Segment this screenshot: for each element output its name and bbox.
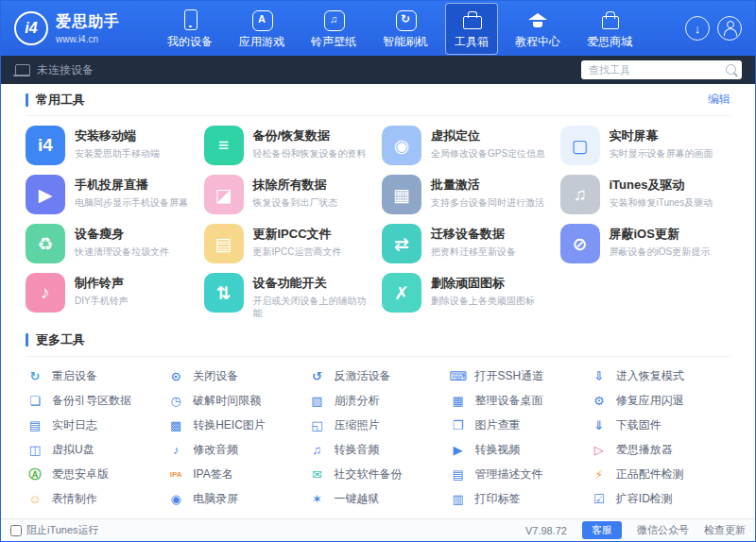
tool-link[interactable]: ⇩ 进入恢复模式 [590,364,730,389]
tool-card[interactable]: ▢ 实时屏幕 实时显示设备屏幕的画面 [560,126,731,165]
crash-analysis-icon: ▧ [307,394,326,408]
nav-ringtones-wallpapers[interactable]: 铃声壁纸 [301,3,366,55]
tool-link[interactable]: ✉ 社交软件备份 [307,463,448,487]
brand-name: 爱思助手 [56,12,120,32]
tool-link[interactable]: ↻ 重启设备 [26,364,166,389]
tool-link[interactable]: ▧ 崩溃分析 [307,389,448,414]
tool-link[interactable]: ♫ 转换音频 [307,438,448,463]
more-tools-header: 更多工具 [26,325,730,357]
tool-card[interactable]: ⇅ 设备功能开关 开启或关闭设备上的辅助功能 [204,273,375,319]
tool-card[interactable]: i4 安装移动端 安装爱思助手移动端 [26,126,197,165]
device-switches-icon: ⇅ [204,273,244,313]
tool-card[interactable]: ◪ 抹除所有数据 恢复设备到出厂状态 [204,175,375,214]
tool-link[interactable]: ⚙ 修复应用闪退 [590,389,730,414]
tool-link[interactable]: ⇓ 下载固件 [590,414,730,438]
block-itunes-toggle[interactable]: 阻止iTunes运行 [10,523,99,537]
tool-card[interactable]: ✗ 删除顽固图标 删除设备上各类顽固图标 [382,273,553,319]
tool-link[interactable]: ▶ 转换视频 [449,438,590,463]
tool-link[interactable]: Ⓐ 爱思安卓版 [26,463,166,487]
tool-link[interactable]: ↺ 反激活设备 [307,364,448,389]
app-logo[interactable]: i4 爱思助手 www.i4.cn [14,11,120,45]
nav-i4-mall[interactable]: 爱思商城 [577,3,642,55]
tool-link[interactable]: ⌨ 打开SSH通道 [449,364,590,389]
tool-card-subtitle: 轻松备份和恢复设备的资料 [253,147,367,160]
i4-android-icon: Ⓐ [26,466,44,483]
app-store-icon [250,8,273,31]
tool-link-label: 打印标签 [475,491,521,507]
tool-card[interactable]: ▶ 手机投屏直播 电脑同步显示手机设备屏幕 [26,175,197,214]
logo-text: i4 [25,20,37,37]
nav-tutorial-center[interactable]: 教程中心 [506,3,570,55]
tool-link[interactable]: ▤ 实时日志 [26,414,166,438]
wechat-link[interactable]: 微信公众号 [637,523,689,537]
refresh-icon [394,8,417,31]
tool-link[interactable]: ▦ 整理设备桌面 [449,389,590,414]
block-itunes-checkbox[interactable] [10,525,22,536]
fix-app-crash-icon: ⚙ [590,394,609,408]
screen-recorder-icon: ◉ [166,492,185,506]
nav-toolbox[interactable]: 工具箱 [445,3,498,55]
search-icon[interactable] [725,63,738,76]
download-manager-button[interactable]: ↓ [685,16,710,41]
tool-link[interactable]: ❏ 备份引导区数据 [26,389,166,414]
phone-icon [179,8,201,31]
tool-link[interactable]: ▷ 爱思播放器 [590,438,730,463]
tool-card[interactable]: ▤ 更新IPCC文件 更新IPCC运营商文件 [204,224,375,263]
tool-link[interactable]: ◉ 电脑录屏 [166,487,307,512]
accessory-check-icon: ⚡ [590,467,609,482]
nav-apps-games[interactable]: 应用游戏 [230,3,294,55]
tool-link[interactable]: ☺ 表情制作 [26,487,166,512]
duplicate-photo-finder-icon: ❐ [449,418,468,432]
tool-card[interactable]: ♪ 制作铃声 DIY手机铃声 [26,273,197,319]
nav-smart-flash[interactable]: 智能刷机 [373,3,438,55]
tool-link[interactable]: ♪ 修改音频 [166,438,307,463]
tool-link[interactable]: ▤ 管理描述文件 [449,463,590,487]
tool-link[interactable]: ◱ 压缩照片 [307,414,448,438]
backup-boot-data-icon: ❏ [26,394,44,408]
tool-link[interactable]: ❐ 图片查重 [449,414,590,438]
support-button[interactable]: 客服 [582,521,622,539]
tool-link-label: 修复应用闪退 [616,393,684,409]
realtime-log-icon: ▤ [26,418,44,432]
shutdown-device-icon: ⊙ [166,369,185,383]
tool-card-title: 批量激活 [431,175,544,193]
graduation-cap-icon [526,8,549,31]
tool-card[interactable]: ▦ 批量激活 支持多台设备同时进行激活 [382,175,553,214]
nav-my-devices[interactable]: 我的设备 [158,3,222,55]
tool-link[interactable]: IPA IPA签名 [166,463,307,487]
tool-link-label: 压缩照片 [334,417,379,433]
check-update-link[interactable]: 检查更新 [704,523,746,537]
tool-link[interactable]: ▩ 转换HEIC图片 [166,414,307,438]
virtual-usb-disk-icon: ◫ [26,443,44,457]
tool-link[interactable]: ⚡ 正品配件检测 [590,463,730,487]
tool-search-box[interactable] [581,60,742,79]
tool-link[interactable]: ◷ 破解时间限额 [166,389,307,414]
tool-card[interactable]: ◉ 虚拟定位 全局修改设备GPS定位信息 [382,126,553,165]
ssh-tunnel-icon: ⌨ [449,369,468,383]
tool-card[interactable]: ♫ iTunes及驱动 安装和修复iTunes及驱动 [560,175,731,214]
tool-link[interactable]: ✶ 一键越狱 [307,487,448,512]
tool-card[interactable]: ≡ 备份/恢复数据 轻松备份和恢复设备的资料 [204,126,375,165]
tool-card-subtitle: 支持多台设备同时进行激活 [431,196,544,209]
tool-link-label: 实时日志 [52,417,97,433]
arrange-desktop-icon: ▦ [449,394,468,408]
edit-link[interactable]: 编辑 [708,92,730,108]
search-input[interactable] [581,60,742,79]
tool-card[interactable]: ♻ 设备瘦身 快速清理设备垃圾文件 [26,224,197,263]
tool-link[interactable]: ⊙ 关闭设备 [166,364,307,389]
tool-link[interactable]: ☑ 扩容ID检测 [590,487,730,512]
common-tools-section: 常用工具 编辑 i4 安装移动端 安装爱思助手移动端 ≡ [26,84,730,325]
topbar-actions: ↓ [685,16,742,41]
tool-card-title: 手机投屏直播 [75,175,188,193]
tool-link-label: 进入恢复模式 [616,368,684,384]
tool-card-title: iTunes及驱动 [610,175,713,193]
user-account-button[interactable] [717,16,742,41]
tool-card-title: 备份/恢复数据 [253,126,367,144]
tool-card[interactable]: ⊘ 屏蔽iOS更新 屏蔽设备的iOS更新提示 [560,224,731,263]
tool-link[interactable]: ▥ 打印标签 [449,487,590,512]
compress-photos-icon: ◱ [307,418,326,432]
tool-link-label: 关闭设备 [193,368,238,384]
tool-card[interactable]: ⇄ 迁移设备数据 把资料迁移至新设备 [382,224,553,263]
tool-link-label: 破解时间限额 [193,393,261,409]
tool-link[interactable]: ◫ 虚拟U盘 [26,438,166,463]
